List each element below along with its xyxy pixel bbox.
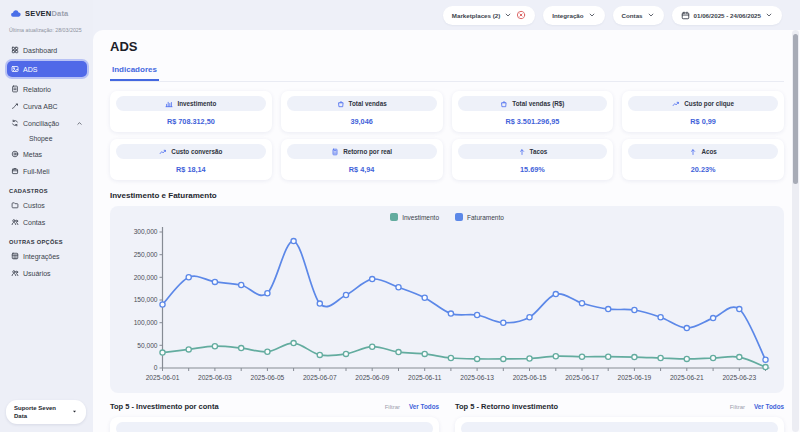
sidebar-item-relatorio[interactable]: Relatorio: [7, 81, 87, 97]
kpi-card-acos: Acos20.23%: [622, 139, 784, 180]
brand-bold: SEVEN: [25, 9, 51, 18]
legend-item-investimento[interactable]: Investimento: [390, 213, 439, 221]
kpi-header-pill[interactable]: Tacos: [458, 144, 608, 159]
bottom-panel-table-header: [116, 422, 433, 432]
contas-filter-label: Contas: [622, 12, 643, 19]
chart-legend: InvestimentoFaturamento: [120, 213, 774, 221]
clear-filter-icon[interactable]: [516, 10, 526, 20]
sidebar-item-custos[interactable]: Custos: [7, 197, 87, 213]
sidebar-item-curva-abc[interactable]: Curva ABC: [7, 98, 87, 114]
sidebar-item-integracoes[interactable]: Integrações: [7, 248, 87, 264]
svg-text:300,000: 300,000: [134, 228, 158, 235]
cloud-logo-icon: [9, 8, 22, 19]
bag-icon: [500, 100, 508, 108]
kpi-value: 20.23%: [628, 165, 778, 174]
sidebar-item-label: Custos: [23, 202, 45, 209]
kpi-header-pill[interactable]: Retorno por real: [287, 144, 437, 159]
image-icon: [11, 65, 19, 73]
sidebar-item-label: Integrações: [23, 253, 60, 260]
kpi-header-pill[interactable]: Investimento: [116, 96, 266, 111]
scrollbar-thumb[interactable]: [793, 34, 798, 184]
sidebar-item-shopee[interactable]: Shopee: [7, 132, 87, 145]
kpi-value: R$ 0,99: [628, 117, 778, 126]
content-panel: ADS Indicadores InvestimentoR$ 708.312,5…: [93, 30, 800, 432]
bottom-panel-header: Top 5 - Retorno investimentoFiltrarVer T…: [455, 402, 784, 411]
sidebar-item-dashboard[interactable]: Dashboard: [7, 42, 87, 58]
tab-bar: Indicadores: [110, 58, 784, 82]
support-button[interactable]: Suporte Seven Data: [6, 400, 86, 424]
logo: SEVENData: [7, 7, 87, 26]
sidebar-item-contas[interactable]: Contas: [7, 214, 87, 230]
brand-light: Data: [51, 9, 68, 18]
kpi-header-pill[interactable]: Total vendas: [287, 96, 437, 111]
calculator-icon: [331, 148, 339, 156]
date-range-label: 01/06/2025 - 24/06/2025: [694, 12, 761, 19]
kpi-label: Total vendas (R$): [512, 100, 564, 107]
filter-link[interactable]: Filtrar: [730, 404, 745, 410]
kpi-label: Tacos: [530, 148, 548, 155]
kpi-grid: InvestimentoR$ 708.312,50Total vendas39,…: [110, 91, 784, 180]
legend-swatch: [390, 213, 398, 221]
contas-filter[interactable]: Contas: [613, 6, 664, 25]
date-range-picker[interactable]: 01/06/2025 - 24/06/2025: [672, 6, 782, 25]
bottom-panel-title: Top 5 - Investimento por conta: [110, 402, 219, 411]
bottom-panel-top-5-investimento-por-conta: Top 5 - Investimento por contaFiltrarVer…: [110, 402, 439, 432]
kpi-value: 39,046: [287, 117, 437, 126]
sidebar-item-ads[interactable]: ADS: [7, 61, 87, 77]
sidebar-section-title: CADASTROS: [9, 188, 87, 194]
kpi-header-pill[interactable]: Custo por clique: [628, 96, 778, 111]
integracao-filter-label: Integração: [552, 12, 583, 19]
main-area: Marketplaces (2) Integração Contas 01/06…: [93, 0, 800, 432]
filter-link[interactable]: Filtrar: [385, 404, 400, 410]
see-all-link[interactable]: Ver Todos: [409, 403, 439, 410]
kpi-label: Investimento: [177, 100, 216, 107]
kpi-label: Acos: [701, 148, 716, 155]
trend-icon: [159, 148, 167, 156]
bottom-panel-title: Top 5 - Retorno investimento: [455, 402, 558, 411]
legend-label: Investimento: [402, 214, 439, 221]
box-icon: [11, 167, 19, 175]
kpi-header-pill[interactable]: Total vendas (R$): [458, 96, 608, 111]
users-icon: [11, 218, 19, 226]
bottom-panel-header: Top 5 - Investimento por contaFiltrarVer…: [110, 402, 439, 411]
chevron-down-icon: [588, 11, 596, 19]
chevron-down-icon: [647, 11, 655, 19]
svg-text:2025-06-21: 2025-06-21: [670, 374, 704, 381]
svg-text:2025-06-05: 2025-06-05: [251, 374, 285, 381]
sidebar-item-conciliacao[interactable]: Conciliação: [7, 115, 87, 131]
svg-text:0: 0: [154, 364, 158, 371]
sidebar-item-metas[interactable]: Metas: [7, 146, 87, 162]
legend-item-faturamento[interactable]: Faturamento: [455, 213, 504, 221]
integracao-filter[interactable]: Integração: [543, 6, 604, 25]
caret-down-icon: [71, 408, 78, 415]
sidebar-item-usuarios[interactable]: Usuários: [7, 265, 87, 281]
app-window: SEVENData Última atualização: 28/03/2025…: [0, 0, 800, 432]
apps-icon: [11, 252, 19, 260]
svg-text:2025-06-23: 2025-06-23: [722, 374, 756, 381]
sidebar-item-label: Shopee: [29, 135, 52, 142]
kpi-label: Custo por clique: [684, 100, 734, 107]
sidebar-item-label: ADS: [23, 66, 37, 73]
kpi-header-pill[interactable]: Acos: [628, 144, 778, 159]
bottom-panel-top-5-retorno-investimento: Top 5 - Retorno investimentoFiltrarVer T…: [455, 402, 784, 432]
marketplaces-filter-label: Marketplaces (2): [452, 12, 501, 19]
sidebar-item-label: Contas: [23, 219, 45, 226]
see-all-link[interactable]: Ver Todos: [754, 403, 784, 410]
chevron-up-icon[interactable]: [76, 120, 83, 127]
tab-indicadores[interactable]: Indicadores: [110, 62, 159, 81]
bottom-panels: Top 5 - Investimento por contaFiltrarVer…: [110, 402, 784, 432]
svg-text:2025-06-17: 2025-06-17: [565, 374, 599, 381]
marketplaces-filter[interactable]: Marketplaces (2): [443, 6, 536, 25]
sidebar-item-label: Dashboard: [23, 47, 57, 54]
kpi-label: Total vendas: [349, 100, 387, 107]
last-update-text: Última atualização: 28/03/2025: [9, 27, 87, 33]
sidebar-item-full-meli[interactable]: Full-Meli: [7, 163, 87, 179]
money-chart-icon: [165, 100, 173, 108]
investimento-faturamento-chart: 050,000100,000150,000200,000250,000300,0…: [120, 222, 774, 390]
bottom-panel-card: [110, 417, 439, 432]
sidebar-item-label: Full-Meli: [23, 168, 49, 175]
kpi-label: Retorno por real: [343, 148, 392, 155]
sidebar: SEVENData Última atualização: 28/03/2025…: [0, 0, 93, 432]
topbar: Marketplaces (2) Integração Contas 01/06…: [93, 0, 800, 30]
kpi-header-pill[interactable]: Custo conversão: [116, 144, 266, 159]
